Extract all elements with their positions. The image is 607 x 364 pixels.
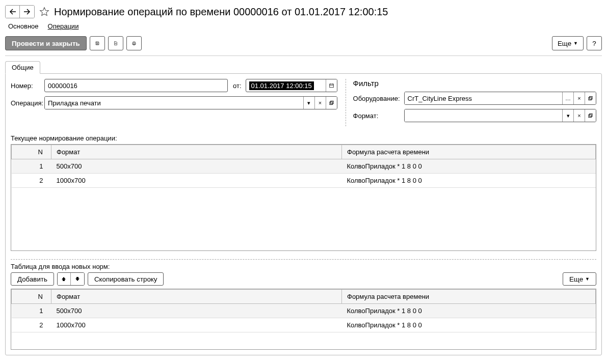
cell-formula: КолвоПриладок * 1 8 0 0: [342, 318, 596, 332]
svg-rect-0: [329, 84, 333, 88]
open-icon: [588, 113, 593, 118]
format-label: Формат:: [353, 112, 404, 120]
new-table-container: N Формат Формула расчета времени 1 500x7…: [11, 289, 596, 350]
post-and-close-button[interactable]: Провести и закрыть: [5, 36, 87, 50]
svg-rect-4: [590, 96, 592, 99]
favorite-star-icon[interactable]: [39, 6, 50, 17]
equipment-label: Оборудование:: [353, 95, 404, 102]
current-norm-table: N Формат Формула расчета времени 1 500x7…: [11, 145, 596, 188]
equipment-clear-button[interactable]: ×: [573, 92, 585, 104]
svg-rect-1: [329, 102, 332, 104]
format-open-button[interactable]: [585, 109, 596, 122]
table-row[interactable]: 2 1000x700 КолвоПриладок * 1 8 0 0: [12, 318, 596, 332]
tab-operations[interactable]: Операции: [48, 22, 79, 30]
ellipsis-icon: …: [565, 95, 571, 101]
cell-format: 500x700: [51, 159, 342, 174]
close-icon: ×: [319, 100, 322, 106]
arrow-down-icon: [74, 276, 81, 282]
svg-rect-3: [589, 97, 591, 100]
save-icon: [95, 39, 99, 47]
cell-n: 1: [12, 304, 51, 318]
close-icon: ×: [577, 113, 580, 119]
arrow-left-icon: [9, 9, 16, 15]
table-row[interactable]: 1 500x700 КолвоПриладок * 1 8 0 0: [12, 304, 596, 318]
col-format[interactable]: Формат: [51, 145, 342, 159]
sub-more-button[interactable]: Еще ▼: [563, 272, 596, 286]
number-label: Номер:: [11, 82, 44, 90]
cell-format: 1000x700: [51, 174, 342, 188]
format-field[interactable]: [405, 109, 562, 122]
operation-clear-button[interactable]: ×: [314, 97, 326, 109]
equipment-field[interactable]: [405, 92, 562, 104]
svg-rect-5: [589, 115, 591, 117]
cell-n: 2: [12, 174, 51, 188]
equipment-select-button[interactable]: …: [562, 92, 573, 104]
operation-label: Операция:: [11, 99, 44, 107]
operation-dropdown-button[interactable]: ▾: [303, 97, 314, 109]
open-icon: [588, 96, 593, 101]
current-section-label: Текущее нормирование операции:: [11, 134, 596, 142]
cell-formula: КолвоПриладок * 1 8 0 0: [342, 159, 596, 174]
col-n[interactable]: N: [12, 290, 51, 304]
calendar-button[interactable]: [326, 79, 337, 92]
cell-formula: КолвоПриладок * 1 8 0 0: [342, 174, 596, 188]
forward-button[interactable]: [20, 6, 34, 18]
date-label: от:: [233, 82, 242, 90]
col-formula[interactable]: Формула расчета времени: [342, 290, 596, 304]
format-dropdown-button[interactable]: ▾: [562, 109, 573, 122]
save-button[interactable]: [90, 36, 105, 50]
tab-content: Номер: от: 01.01.2017 12:00:15 Операция:…: [5, 73, 602, 355]
svg-rect-2: [330, 101, 333, 103]
sub-more-label: Еще: [569, 275, 583, 283]
cell-n: 1: [12, 159, 51, 174]
document-check-icon: [114, 39, 118, 47]
move-row-buttons: [57, 272, 85, 286]
col-format[interactable]: Формат: [51, 290, 342, 304]
nav-buttons: [5, 5, 35, 18]
main-toolbar: Провести и закрыть Еще ▼ ?: [5, 36, 602, 56]
cell-formula: КолвоПриладок * 1 8 0 0: [342, 304, 596, 318]
divider: [11, 259, 596, 260]
back-button[interactable]: [6, 6, 20, 18]
chevron-down-icon: ▾: [567, 113, 570, 119]
page-title: Нормирование операций по времени 0000001…: [54, 6, 388, 18]
format-clear-button[interactable]: ×: [573, 109, 585, 122]
print-button[interactable]: [126, 36, 142, 50]
add-row-button[interactable]: Добавить: [11, 272, 54, 286]
calendar-icon: [329, 82, 334, 89]
tab-main[interactable]: Основное: [8, 22, 39, 30]
doc-tab-common[interactable]: Общие: [5, 61, 40, 74]
print-icon: [132, 39, 136, 47]
chevron-down-icon: ▾: [307, 100, 310, 106]
number-field[interactable]: [44, 79, 228, 92]
close-icon: ×: [577, 95, 580, 101]
new-rows-toolbar: Добавить Скопировать строку Еще ▼: [11, 272, 596, 286]
date-field[interactable]: 01.01.2017 12:00:15: [246, 79, 326, 92]
equipment-open-button[interactable]: [585, 92, 596, 104]
filter-title: Фильтр: [353, 79, 596, 88]
table-row[interactable]: 2 1000x700 КолвоПриладок * 1 8 0 0: [12, 174, 596, 188]
more-label: Еще: [558, 40, 571, 47]
table-row[interactable]: 1 500x700 КолвоПриладок * 1 8 0 0: [12, 159, 596, 174]
move-down-button[interactable]: [71, 273, 84, 285]
date-value: 01.01.2017 12:00:15: [249, 81, 314, 90]
operation-field[interactable]: [45, 97, 303, 109]
cell-format: 500x700: [51, 304, 342, 318]
open-icon: [329, 100, 334, 105]
cell-n: 2: [12, 318, 51, 332]
arrow-right-icon: [23, 9, 31, 15]
more-button[interactable]: Еще ▼: [552, 36, 584, 50]
dropdown-arrow-icon: ▼: [573, 41, 578, 46]
cell-format: 1000x700: [51, 318, 342, 332]
operation-open-button[interactable]: [326, 97, 337, 109]
new-norm-table: N Формат Формула расчета времени 1 500x7…: [11, 289, 596, 332]
col-formula[interactable]: Формула расчета времени: [342, 145, 596, 159]
section-tabs: Основное Операции: [5, 22, 602, 30]
col-n[interactable]: N: [12, 145, 51, 159]
move-up-button[interactable]: [58, 273, 71, 285]
copy-row-button[interactable]: Скопировать строку: [88, 272, 164, 286]
help-button[interactable]: ?: [587, 36, 602, 50]
arrow-up-icon: [61, 276, 67, 282]
post-button[interactable]: [108, 36, 123, 50]
new-section-label: Таблица для ввода новых норм:: [11, 263, 596, 270]
